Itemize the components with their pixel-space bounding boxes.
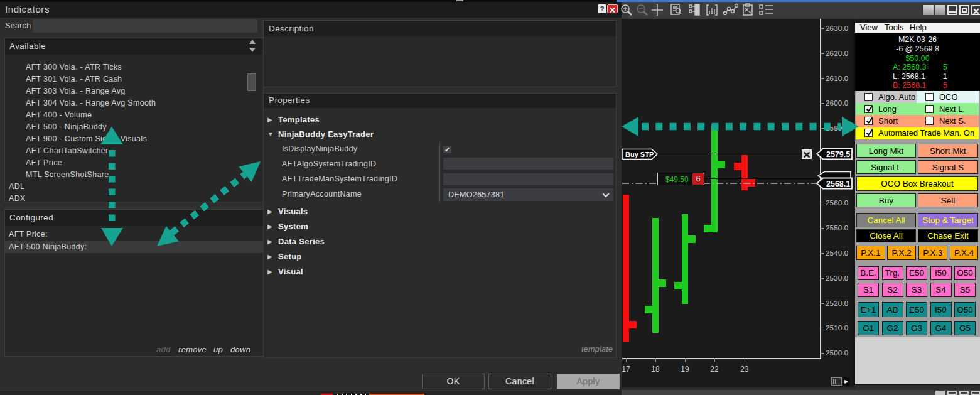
svg-text:Buy STP: Buy STP [625,151,654,158]
svg-text:2568.1: 2568.1 [826,180,850,188]
svg-text:2579.5: 2579.5 [826,150,850,159]
